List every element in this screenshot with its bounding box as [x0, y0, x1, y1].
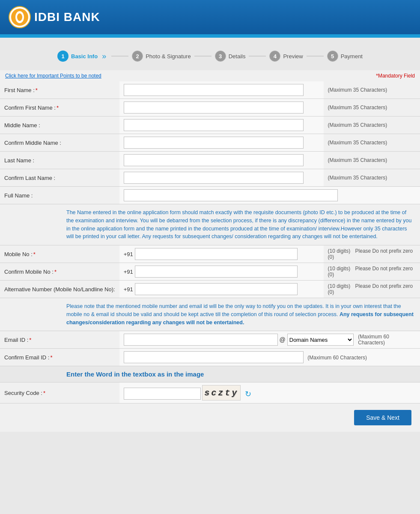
mobile-no-input-cell: +91: [119, 245, 324, 263]
alt-number-input[interactable]: [135, 283, 298, 295]
step-4-preview[interactable]: 4 Preview: [269, 51, 303, 62]
first-name-label: First Name :*: [0, 81, 119, 99]
step-5-payment[interactable]: 5 Payment: [327, 51, 363, 62]
confirm-mobile-input[interactable]: [135, 266, 298, 278]
full-name-row: Full Name :: [0, 187, 420, 204]
first-name-row: First Name :* (Maximum 35 Characters): [0, 81, 420, 99]
form-footer: Save & Next: [0, 403, 420, 432]
save-next-button[interactable]: Save & Next: [354, 410, 411, 425]
last-name-input[interactable]: [124, 154, 304, 166]
form-container: Click here for Important Points to be no…: [0, 70, 420, 432]
full-name-input-cell: [119, 187, 420, 204]
confirm-email-input[interactable]: [124, 351, 304, 363]
mobile-notice-cell: Please note that the mentioned mobile nu…: [0, 298, 420, 331]
step-2-number: 2: [132, 51, 143, 62]
security-code-input[interactable]: [124, 388, 201, 400]
step-separator-1: [111, 56, 128, 57]
page-header: IDBI BANK: [0, 0, 420, 34]
middle-name-row: Middle Name : (Maximum 35 Characters): [0, 117, 420, 134]
confirm-mobile-hint-cell: (10 digits) Please Do not prefix zero (0…: [324, 263, 420, 281]
email-id-input[interactable]: [124, 334, 278, 346]
middle-name-hint: (Maximum 35 Characters): [324, 117, 420, 134]
confirm-mobile-prefix-container: +91: [124, 266, 319, 278]
first-name-hint: (Maximum 35 Characters): [324, 81, 420, 99]
captcha-header-row: Enter the Word in the textbox as in the …: [0, 366, 420, 383]
last-name-hint: (Maximum 35 Characters): [324, 152, 420, 169]
name-notice-row: The Name entered in the online applicati…: [0, 204, 420, 245]
mobile-no-row: Mobile No :* +91 (10 digits) Please Do n…: [0, 245, 420, 263]
email-id-label: Email ID :*: [0, 331, 119, 349]
middle-name-input[interactable]: [124, 119, 304, 131]
step-3-number: 3: [215, 51, 226, 62]
confirm-last-name-input[interactable]: [124, 172, 304, 184]
alt-number-prefix-label: +91: [124, 286, 133, 293]
confirm-email-input-cell: (Maximum 60 Characters): [119, 349, 420, 366]
confirm-last-name-hint: (Maximum 35 Characters): [324, 169, 420, 187]
step-1-number: 1: [57, 51, 69, 62]
step-separator-2: [194, 56, 211, 57]
confirm-last-name-input-cell: [119, 169, 324, 187]
confirm-email-max-chars: (Maximum 60 Characters): [307, 355, 367, 361]
email-row-content: @ Domain Names gmail.com yahoo.com hotma…: [124, 334, 416, 346]
alt-number-input-cell: +91: [119, 281, 324, 298]
info-bar: Click here for Important Points to be no…: [0, 70, 420, 81]
first-name-required: *: [36, 87, 38, 93]
step-1-label: Basic Info: [71, 53, 98, 60]
step-3-label: Details: [229, 53, 246, 60]
logo-container: IDBI BANK: [9, 6, 100, 28]
email-id-row: Email ID :* @ Domain Names gmail.com yah…: [0, 331, 420, 349]
step-separator-4: [307, 56, 324, 57]
confirm-middle-name-input-cell: [119, 134, 324, 152]
security-code-row: Security Code :* sczty ↻: [0, 383, 420, 403]
mandatory-note: *Mandatory Field: [376, 73, 415, 79]
name-notice-text: The Name entered in the online applicati…: [0, 204, 420, 245]
first-name-input[interactable]: [124, 84, 304, 96]
last-name-row: Last Name : (Maximum 35 Characters): [0, 152, 420, 169]
idbi-logo-icon: [9, 6, 31, 28]
confirm-mobile-input-cell: +91: [119, 263, 324, 281]
svg-point-3: [17, 13, 22, 21]
step-2-photo-signature[interactable]: 2 Photo & Signature: [132, 51, 191, 62]
confirm-middle-name-input[interactable]: [124, 137, 304, 149]
step-1-arrows: »: [102, 52, 106, 61]
confirm-first-name-hint: (Maximum 35 Characters): [324, 99, 420, 117]
confirm-mobile-prefix-label: +91: [124, 269, 133, 275]
at-sign: @: [280, 336, 286, 343]
mobile-prefix-label: +91: [124, 251, 133, 257]
confirm-mobile-label: Confirm Mobile No :*: [0, 263, 119, 281]
step-4-label: Preview: [283, 53, 303, 60]
full-name-input[interactable]: [124, 189, 338, 201]
confirm-email-row: Confirm Email ID :* (Maximum 60 Characte…: [0, 349, 420, 366]
step-3-details[interactable]: 3 Details: [215, 51, 246, 62]
mobile-no-prefix-container: +91: [124, 248, 319, 260]
captcha-image: sczty: [202, 385, 241, 400]
domain-names-select[interactable]: Domain Names gmail.com yahoo.com hotmail…: [287, 334, 354, 346]
confirm-first-name-input[interactable]: [124, 102, 304, 114]
mobile-notice-row: Please note that the mentioned mobile nu…: [0, 298, 420, 331]
confirm-first-name-input-cell: [119, 99, 324, 117]
security-code-label: Security Code :*: [0, 383, 119, 403]
step-separator-3: [249, 56, 266, 57]
confirm-digits-hint: (10 digits): [328, 266, 351, 272]
confirm-last-name-row: Confirm Last Name : (Maximum 35 Characte…: [0, 169, 420, 187]
captcha-header-text: Enter the Word in the textbox as in the …: [0, 366, 420, 383]
alt-number-hint-cell: (10 digits) Please Do not prefix zero (0…: [324, 281, 420, 298]
important-points-link[interactable]: Click here for Important Points to be no…: [5, 73, 101, 79]
email-id-input-cell: @ Domain Names gmail.com yahoo.com hotma…: [119, 331, 420, 349]
alt-number-row: Alternative Number (Mobile No/Landline N…: [0, 281, 420, 298]
mobile-no-label: Mobile No :*: [0, 245, 119, 263]
form-table: First Name :* (Maximum 35 Characters) Co…: [0, 81, 420, 403]
confirm-middle-name-hint: (Maximum 35 Characters): [324, 134, 420, 152]
step-4-number: 4: [269, 51, 280, 62]
confirm-first-name-row: Confirm First Name :* (Maximum 35 Charac…: [0, 99, 420, 117]
confirm-last-name-label: Confirm Last Name :: [0, 169, 119, 187]
confirm-middle-name-row: Confirm Middle Name : (Maximum 35 Charac…: [0, 134, 420, 152]
security-code-input-cell: sczty ↻: [119, 383, 420, 403]
alt-number-prefix-container: +91: [124, 283, 319, 295]
alt-digits-hint: (10 digits): [328, 283, 351, 289]
captcha-refresh-icon[interactable]: ↻: [245, 389, 251, 399]
mobile-no-input[interactable]: [135, 248, 298, 260]
confirm-email-label: Confirm Email ID :*: [0, 349, 119, 366]
alt-number-label: Alternative Number (Mobile No/Landline N…: [0, 281, 119, 298]
step-1-basic-info[interactable]: 1 Basic Info »: [57, 51, 108, 62]
